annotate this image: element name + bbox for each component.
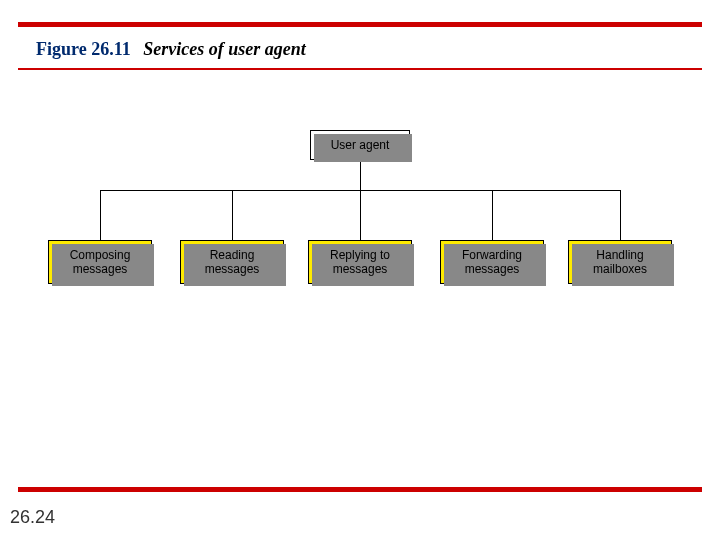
child-box-reading: Readingmessages bbox=[180, 240, 284, 284]
child-box-handling: Handlingmailboxes bbox=[568, 240, 672, 284]
child-label: Forwardingmessages bbox=[462, 248, 522, 277]
child-label: Handlingmailboxes bbox=[593, 248, 647, 277]
top-rule-thin bbox=[18, 68, 702, 70]
figure-title-row: Figure 26.11 Services of user agent bbox=[0, 27, 720, 68]
child-label: Composingmessages bbox=[70, 248, 131, 277]
root-box-user-agent: User agent bbox=[310, 130, 410, 160]
child-box-forwarding: Forwardingmessages bbox=[440, 240, 544, 284]
connector-drop-1 bbox=[100, 190, 101, 240]
child-box-composing: Composingmessages bbox=[48, 240, 152, 284]
page-number: 26.24 bbox=[10, 507, 55, 528]
connector-root-stem bbox=[360, 160, 361, 190]
bottom-rule bbox=[18, 487, 702, 492]
child-label: Readingmessages bbox=[205, 248, 260, 277]
connector-drop-2 bbox=[232, 190, 233, 240]
connector-drop-3 bbox=[360, 190, 361, 240]
figure-caption: Services of user agent bbox=[143, 39, 305, 59]
root-label: User agent bbox=[331, 138, 390, 152]
figure-label: Figure 26.11 bbox=[36, 39, 131, 59]
child-box-replying: Replying tomessages bbox=[308, 240, 412, 284]
child-label: Replying tomessages bbox=[330, 248, 390, 277]
diagram-container: User agent Composingmessages Readingmess… bbox=[40, 130, 680, 330]
connector-drop-5 bbox=[620, 190, 621, 240]
connector-drop-4 bbox=[492, 190, 493, 240]
